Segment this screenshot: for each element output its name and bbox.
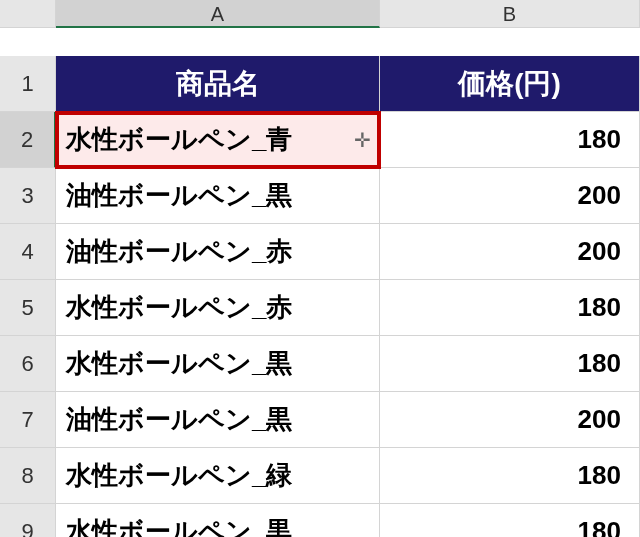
cell-a2[interactable]: 水性ボールペン_青 ✛ [56, 112, 380, 168]
cell-b3[interactable]: 200 [380, 168, 640, 224]
row-head-2[interactable]: 2 [0, 112, 56, 168]
cell-a6[interactable]: 水性ボールペン_黒 [56, 336, 380, 392]
cell-a3[interactable]: 油性ボールペン_黒 [56, 168, 380, 224]
row-head-8[interactable]: 8 [0, 448, 56, 504]
cell-a1-header[interactable]: 商品名 [56, 56, 380, 112]
row-head-4[interactable]: 4 [0, 224, 56, 280]
cell-a5[interactable]: 水性ボールペン_赤 [56, 280, 380, 336]
cursor-cross-icon: ✛ [354, 128, 371, 152]
row-head-1[interactable]: 1 [0, 56, 56, 112]
row-head-6[interactable]: 6 [0, 336, 56, 392]
row-head-7[interactable]: 7 [0, 392, 56, 448]
row-head-5[interactable]: 5 [0, 280, 56, 336]
col-head-a[interactable]: A [56, 0, 380, 28]
cell-a7[interactable]: 油性ボールペン_黒 [56, 392, 380, 448]
row-head-3[interactable]: 3 [0, 168, 56, 224]
cell-b4[interactable]: 200 [380, 224, 640, 280]
cell-a9[interactable]: 水性ボールペン_黒 [56, 504, 380, 537]
select-all-corner[interactable] [0, 0, 56, 28]
cell-b2[interactable]: 180 [380, 112, 640, 168]
cell-b8[interactable]: 180 [380, 448, 640, 504]
col-head-b[interactable]: B [380, 0, 640, 28]
cell-a4[interactable]: 油性ボールペン_赤 [56, 224, 380, 280]
cell-value: 水性ボールペン_青 [66, 122, 292, 157]
cell-b7[interactable]: 200 [380, 392, 640, 448]
cell-b5[interactable]: 180 [380, 280, 640, 336]
cell-a8[interactable]: 水性ボールペン_緑 [56, 448, 380, 504]
spreadsheet: A B 1 商品名 価格(円) 2 水性ボールペン_青 ✛ 180 3 油性ボー… [0, 0, 640, 537]
cell-b9[interactable]: 180 [380, 504, 640, 537]
cell-b1-header[interactable]: 価格(円) [380, 56, 640, 112]
cell-b6[interactable]: 180 [380, 336, 640, 392]
row-head-9[interactable]: 9 [0, 504, 56, 537]
